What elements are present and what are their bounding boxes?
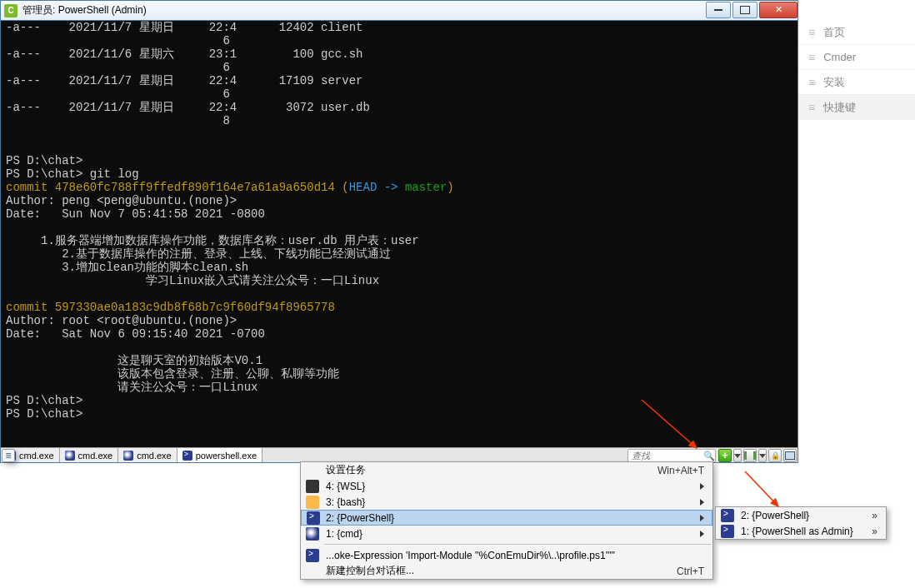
- submenu-arrow-icon: [700, 512, 704, 524]
- cmd-icon: [65, 451, 75, 461]
- side-item[interactable]: ≡安装: [798, 70, 915, 95]
- menu-separator: [324, 544, 711, 545]
- page-side-nav: ≡首页 ≡Cmder ≡安装 ≡快捷键: [798, 20, 915, 120]
- powershell-icon: [306, 549, 319, 562]
- powershell-icon: [182, 451, 192, 461]
- submenu-arrow-icon: [700, 481, 704, 492]
- menu-icon: ≡: [808, 26, 815, 39]
- close-button[interactable]: [759, 2, 798, 18]
- search-box[interactable]: 🔍: [628, 449, 716, 462]
- split-dropdown[interactable]: [758, 449, 767, 462]
- svg-line-1: [745, 471, 778, 506]
- lock-button[interactable]: [768, 449, 782, 462]
- cmd-icon: [123, 451, 133, 461]
- menu-item-new-console[interactable]: 新建控制台对话框...Ctrl+T: [301, 563, 712, 579]
- titlebar: C 管理员: PowerShell (Admin): [1, 1, 798, 21]
- menu-item-bash[interactable]: 3: {bash}: [301, 494, 712, 510]
- bash-icon: [306, 496, 319, 509]
- menu-item-cmd[interactable]: 1: {cmd}: [301, 526, 712, 541]
- side-item[interactable]: ≡Cmder: [798, 45, 915, 70]
- conemu-window: C 管理员: PowerShell (Admin) -a--- 2021/11/…: [0, 0, 798, 463]
- new-console-button[interactable]: [718, 449, 732, 462]
- menu-header[interactable]: 设置任务Win+Alt+T: [301, 462, 712, 478]
- menu-button[interactable]: [2, 449, 15, 462]
- menu-item-expression[interactable]: ...oke-Expression 'Import-Module ''%ConE…: [301, 547, 712, 563]
- tab-powershell[interactable]: powershell.exe: [178, 448, 262, 462]
- menu-item-wsl[interactable]: 4: {WSL}: [301, 478, 712, 494]
- menu-icon: ≡: [808, 76, 815, 89]
- cmd-icon: [306, 527, 319, 541]
- tab-cmd[interactable]: cmd.exe: [60, 448, 119, 462]
- menu-item-powershell[interactable]: 2: {PowerShell}: [301, 510, 712, 526]
- menu-icon: ≡: [808, 101, 815, 114]
- search-icon[interactable]: 🔍: [703, 451, 715, 461]
- powershell-icon: [721, 509, 734, 522]
- submenu-arrow-icon: [700, 528, 704, 540]
- powershell-icon: [721, 525, 734, 538]
- submenu-item-powershell-admin[interactable]: 1: {PowerShell as Admin}»: [716, 523, 886, 539]
- app-icon: C: [4, 4, 18, 17]
- terminal-output[interactable]: -a--- 2021/11/7 星期日 22:4 12402 client 6 …: [1, 21, 798, 447]
- new-console-dropdown[interactable]: [733, 449, 742, 462]
- tab-cmd[interactable]: cmd.exe: [118, 448, 178, 462]
- monitor-button[interactable]: [783, 449, 797, 462]
- minimize-button[interactable]: [706, 2, 731, 18]
- wsl-icon: [306, 480, 319, 493]
- tab-bar: cmd.exe cmd.exe cmd.exe powershell.exe 🔍: [1, 447, 798, 462]
- window-title: 管理员: PowerShell (Admin): [21, 3, 704, 17]
- split-button[interactable]: [743, 449, 757, 462]
- submenu-arrow-icon: [700, 496, 704, 508]
- side-item[interactable]: ≡快捷键: [798, 95, 915, 120]
- powershell-icon: [307, 511, 320, 525]
- menu-icon: ≡: [808, 51, 815, 64]
- tasks-menu: 设置任务Win+Alt+T 4: {WSL} 3: {bash} 2: {Pow…: [300, 461, 713, 580]
- powershell-submenu: 2: {PowerShell}» 1: {PowerShell as Admin…: [715, 506, 887, 540]
- search-input[interactable]: [628, 451, 703, 461]
- side-item[interactable]: ≡首页: [798, 20, 915, 45]
- maximize-button[interactable]: [732, 2, 758, 18]
- submenu-item-powershell[interactable]: 2: {PowerShell}»: [716, 507, 886, 523]
